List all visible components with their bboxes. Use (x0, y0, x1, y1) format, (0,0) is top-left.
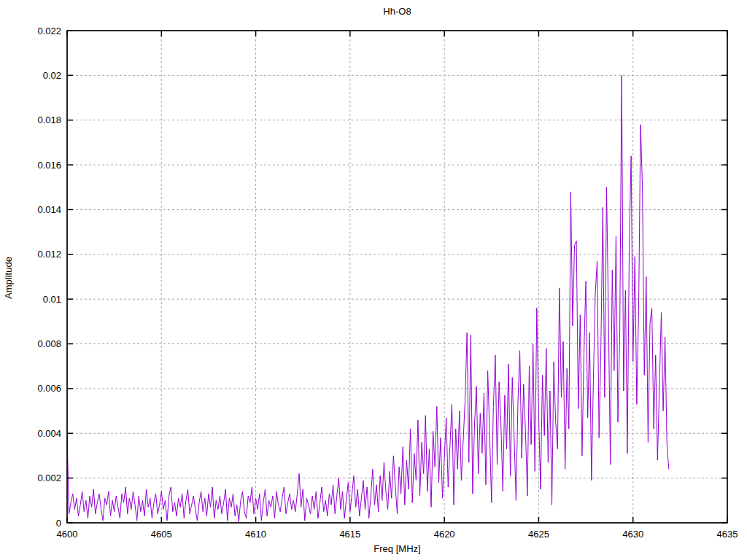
y-tick-label: 0.012 (37, 249, 61, 260)
data-line (67, 75, 669, 521)
y-tick-label: 0.018 (37, 114, 61, 125)
x-tick-label: 4625 (528, 529, 549, 540)
x-tick-label: 4620 (434, 529, 455, 540)
y-tick-label: 0.014 (37, 204, 61, 215)
x-tick-label: 4615 (339, 529, 360, 540)
plot-frame (67, 31, 727, 523)
y-tick-label: 0.022 (37, 26, 61, 36)
y-tick-label: 0.01 (43, 294, 61, 305)
y-tick-label: 0 (56, 518, 61, 529)
y-tick-label: 0.002 (37, 472, 61, 483)
x-tick-label: 4630 (622, 529, 643, 540)
x-tick-label: 4635 (717, 529, 738, 540)
x-axis-label: Freq [MHz] (67, 543, 727, 554)
y-tick-label: 0.016 (37, 160, 61, 171)
y-tick-label: 0.004 (37, 428, 61, 439)
plot-svg: 4600460546104615462046254630463500.0020.… (0, 0, 747, 560)
x-tick-label: 4600 (57, 529, 78, 540)
x-tick-label: 4605 (151, 529, 172, 540)
y-tick-label: 0.006 (37, 383, 61, 394)
x-tick-label: 4610 (245, 529, 266, 540)
y-tick-label: 0.008 (37, 338, 61, 349)
gnuplot-chart-window: Hh-O8 Amplitude 460046054610461546204625… (0, 0, 747, 560)
y-tick-label: 0.02 (43, 70, 61, 81)
